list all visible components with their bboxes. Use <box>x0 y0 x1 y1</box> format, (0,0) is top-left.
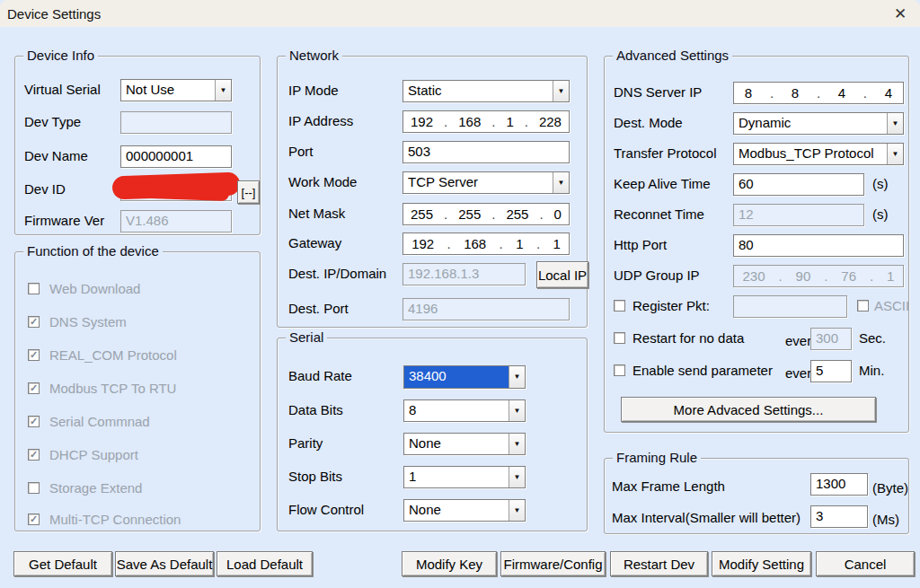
checkbox-multi-tcp: ✓ <box>28 513 40 525</box>
chevron-down-icon[interactable]: ▼ <box>553 172 569 193</box>
max-interval-field[interactable]: 3 <box>810 505 868 528</box>
chevron-down-icon[interactable]: ▼ <box>887 113 903 134</box>
network-group: Network IP Mode Static ▼ IP Address 192.… <box>277 56 588 328</box>
dev-type-label: Dev Type <box>24 114 81 129</box>
chevron-down-icon[interactable]: ▼ <box>509 400 525 421</box>
work-mode-select[interactable]: TCP Server ▼ <box>402 171 570 194</box>
chevron-down-icon[interactable]: ▼ <box>509 434 525 454</box>
http-port-label: Http Port <box>614 237 667 252</box>
flow-control-label: Flow Control <box>288 502 364 517</box>
data-bits-select[interactable]: 8 ▼ <box>403 399 526 422</box>
port-label: Port <box>288 144 314 159</box>
more-advanced-settings-button[interactable]: More Advaced Settings... <box>621 397 876 422</box>
realcom-protocol-label: REAL_COM Protocol <box>49 347 177 363</box>
chevron-down-icon[interactable]: ▼ <box>509 500 525 521</box>
dest-port-label: Dest. Port <box>288 301 349 316</box>
chevron-down-icon[interactable]: ▼ <box>509 366 525 388</box>
get-default-button[interactable]: Get Default <box>13 551 112 576</box>
http-port-field[interactable]: 80 <box>733 234 904 257</box>
parity-select[interactable]: None ▼ <box>403 433 526 455</box>
checkbox-realcom-protocol: ✓ <box>28 349 40 361</box>
advanced-settings-group: Advanced Settings DNS Server IP 8.8.4.4 … <box>604 56 909 433</box>
load-default-button[interactable]: Load Default <box>217 551 313 576</box>
network-title: Network <box>286 48 342 63</box>
max-frame-unit: (Byte) <box>872 480 908 496</box>
udp-group-label: UDP Group IP <box>614 268 700 283</box>
keep-alive-field[interactable]: 60 <box>733 173 864 196</box>
work-mode-label: Work Mode <box>288 174 357 189</box>
serial-title: Serial <box>286 329 327 345</box>
framing-rule-group: Framing Rule Max Frame Length 1300 (Byte… <box>604 458 909 534</box>
dest-port-field: 4196 <box>402 298 570 320</box>
modify-key-button[interactable]: Modify Key <box>402 551 497 576</box>
gateway-label: Gateway <box>288 235 341 250</box>
local-ip-button[interactable]: Local IP <box>536 261 588 288</box>
dns-server-label: DNS Server IP <box>614 84 702 100</box>
chevron-down-icon[interactable]: ▼ <box>887 144 903 164</box>
checkbox-serial-command: ✓ <box>28 416 40 427</box>
dev-id-expand-button[interactable]: [--] <box>237 180 260 204</box>
title-bar: Device Settings <box>0 0 920 27</box>
reconnect-label: Reconnet Time <box>614 206 704 222</box>
keep-alive-unit: (s) <box>872 176 889 191</box>
max-interval-unit: (Ms) <box>872 512 899 527</box>
ascii-label: ASCII <box>874 298 909 313</box>
checkbox-web-download <box>28 283 40 294</box>
multi-tcp-label: Multi-TCP Connection <box>49 512 181 527</box>
ip-mode-label: IP Mode <box>288 83 339 98</box>
modify-setting-button[interactable]: Modify Setting <box>712 551 811 576</box>
register-pkt-field <box>733 295 847 318</box>
flow-control-select[interactable]: None ▼ <box>403 499 526 522</box>
dest-ip-label: Dest. IP/Domain <box>288 266 386 281</box>
register-pkt-label: Register Pkt: <box>632 298 710 313</box>
save-as-default-button[interactable]: Save As Default <box>115 551 214 576</box>
device-functions-title: Function of the device <box>23 243 163 259</box>
cancel-button[interactable]: Cancel <box>816 551 915 576</box>
stop-bits-label: Stop Bits <box>288 469 342 484</box>
send-parameter-label: Enable send parameter <box>632 363 773 378</box>
max-interval-label: Max Interval(Smaller will better) <box>612 510 801 525</box>
storage-extend-label: Storage Extend <box>49 480 142 496</box>
dev-name-field[interactable]: 000000001 <box>120 145 232 168</box>
device-info-group: Device Info Virtual Serial Not Use ▼ Dev… <box>14 56 261 235</box>
dev-name-label: Dev Name <box>24 148 88 163</box>
framing-rule-title: Framing Rule <box>613 450 701 465</box>
send-interval-field[interactable]: 5 <box>810 360 852 382</box>
restart-dev-button[interactable]: Restart Dev <box>610 551 708 576</box>
ip-address-field[interactable]: 192.168.1.228 <box>402 110 570 133</box>
checkbox-restart-no-data[interactable] <box>614 332 625 344</box>
dns-server-field[interactable]: 8.8.4.4 <box>733 82 904 104</box>
send-unit: Min. <box>859 363 884 378</box>
checkbox-register-pkt[interactable] <box>614 300 625 312</box>
stop-bits-select[interactable]: 1 ▼ <box>403 466 526 488</box>
serial-group: Serial Baud Rate 38400 ▼ Data Bits 8 ▼ P… <box>277 338 588 531</box>
chevron-down-icon[interactable]: ▼ <box>215 80 231 101</box>
ip-address-label: IP Address <box>288 113 353 128</box>
dest-ip-field: 192.168.1.3 <box>402 263 526 285</box>
web-download-label: Web Download <box>49 281 140 296</box>
max-frame-field[interactable]: 1300 <box>810 473 868 496</box>
max-frame-label: Max Frame Length <box>612 478 725 494</box>
data-bits-label: Data Bits <box>288 402 343 417</box>
net-mask-field[interactable]: 255.255.255.0 <box>402 203 570 225</box>
transfer-protocol-select[interactable]: Modbus_TCP Protocol ▼ <box>733 143 904 165</box>
port-field[interactable]: 503 <box>402 141 570 163</box>
restart-unit: Sec. <box>859 330 886 346</box>
firmware-config-button[interactable]: Firmware/Config <box>500 551 606 576</box>
checkbox-send-parameter[interactable] <box>614 364 625 376</box>
ip-mode-select[interactable]: Static ▼ <box>402 80 570 102</box>
chevron-down-icon[interactable]: ▼ <box>509 467 525 487</box>
close-icon[interactable]: ✕ <box>888 2 913 25</box>
window-title: Device Settings <box>7 6 101 22</box>
checkbox-dhcp-support: ✓ <box>28 449 40 461</box>
baud-rate-select[interactable]: 38400 ▼ <box>403 365 526 389</box>
virtual-serial-select[interactable]: Not Use ▼ <box>120 79 232 101</box>
advanced-settings-title: Advanced Settings <box>613 48 732 63</box>
transfer-protocol-label: Transfer Protocol <box>614 145 717 161</box>
dev-type-field <box>120 111 232 134</box>
gateway-field[interactable]: 192.168.1.1 <box>402 233 570 255</box>
dest-mode-select[interactable]: Dynamic ▼ <box>733 112 904 135</box>
chevron-down-icon[interactable]: ▼ <box>553 81 569 101</box>
restart-interval-field: 300 <box>810 328 852 350</box>
dns-system-label: DNS System <box>49 314 127 329</box>
